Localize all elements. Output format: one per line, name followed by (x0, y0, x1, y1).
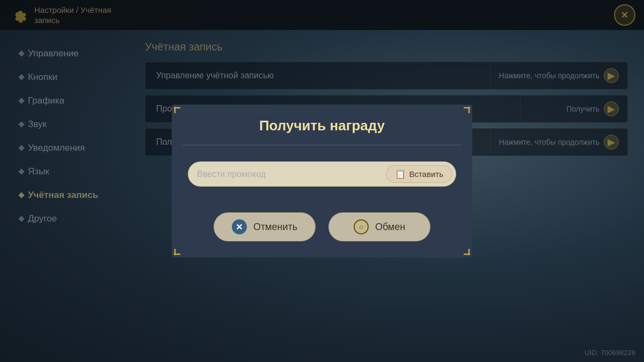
corner-br (457, 242, 470, 255)
svg-point-2 (174, 253, 176, 255)
confirm-label: Обмен (375, 221, 405, 233)
modal-title-bar: Получить награду (172, 105, 472, 145)
cancel-button[interactable]: ✕ Отменить (214, 212, 316, 241)
modal-body: 📋 Вставить (172, 145, 472, 200)
promo-input-row: 📋 Вставить (188, 161, 456, 187)
confirm-icon: ○ (354, 219, 369, 234)
paste-label: Вставить (409, 169, 443, 179)
modal-overlay: Получить награду 📋 Вставить ✕ Отменить ○… (0, 0, 644, 362)
confirm-button[interactable]: ○ Обмен (328, 212, 430, 241)
svg-point-3 (468, 253, 470, 255)
corner-bl (174, 242, 187, 255)
promo-modal: Получить награду 📋 Вставить ✕ Отменить ○… (172, 105, 472, 257)
paste-button[interactable]: 📋 Вставить (386, 165, 452, 183)
modal-actions: ✕ Отменить ○ Обмен (172, 212, 472, 241)
paste-icon: 📋 (395, 169, 406, 179)
cancel-icon: ✕ (232, 219, 247, 234)
modal-title: Получить награду (259, 117, 385, 134)
promo-code-input[interactable] (197, 169, 382, 179)
cancel-label: Отменить (253, 221, 297, 233)
